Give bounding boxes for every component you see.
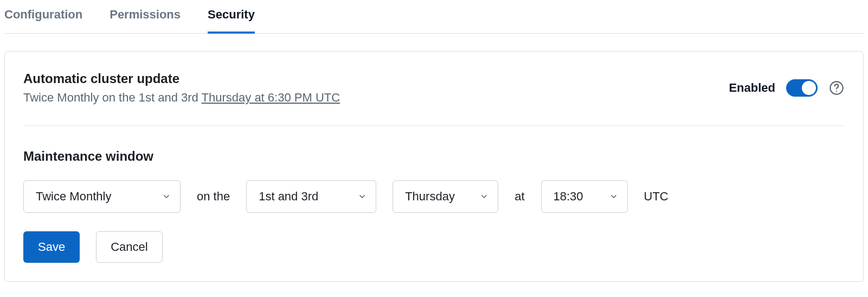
save-button[interactable]: Save: [23, 231, 80, 263]
auto-update-schedule-prefix: Twice Monthly on the 1st and 3rd: [23, 91, 202, 104]
divider: [23, 125, 845, 126]
frequency-select[interactable]: Twice Monthly: [23, 180, 181, 213]
frequency-value: Twice Monthly: [36, 189, 111, 204]
svg-point-1: [836, 91, 837, 92]
at-label: at: [515, 189, 524, 204]
on-the-label: on the: [197, 189, 230, 204]
chevron-down-icon: [609, 192, 619, 201]
toggle-knob: [802, 81, 816, 95]
weeks-select[interactable]: 1st and 3rd: [246, 180, 376, 213]
auto-update-toggle[interactable]: [786, 79, 818, 97]
maintenance-title: Maintenance window: [23, 149, 845, 164]
tab-bar: Configuration Permissions Security: [4, 0, 864, 34]
chevron-down-icon: [162, 192, 171, 201]
tab-security[interactable]: Security: [208, 0, 255, 34]
time-value: 18:30: [554, 189, 583, 204]
auto-update-title: Automatic cluster update: [23, 71, 716, 86]
tab-permissions[interactable]: Permissions: [110, 0, 181, 34]
auto-update-header: Automatic cluster update Twice Monthly o…: [23, 71, 845, 105]
tz-label: UTC: [644, 189, 668, 204]
button-row: Save Cancel: [23, 231, 845, 263]
auto-update-schedule-link[interactable]: Thursday at 6:30 PM UTC: [202, 91, 340, 104]
cancel-button[interactable]: Cancel: [96, 231, 162, 263]
maintenance-form-row: Twice Monthly on the 1st and 3rd Thursda…: [23, 180, 845, 213]
help-icon[interactable]: [828, 80, 845, 96]
chevron-down-icon: [357, 192, 367, 201]
time-select[interactable]: 18:30: [541, 180, 628, 213]
day-value: Thursday: [405, 189, 455, 204]
security-card: Automatic cluster update Twice Monthly o…: [4, 51, 864, 282]
weeks-value: 1st and 3rd: [259, 189, 318, 204]
tab-configuration[interactable]: Configuration: [4, 0, 82, 34]
auto-update-schedule: Twice Monthly on the 1st and 3rd Thursda…: [23, 91, 716, 105]
chevron-down-icon: [479, 192, 489, 201]
day-select[interactable]: Thursday: [393, 180, 498, 213]
enabled-label: Enabled: [729, 81, 775, 95]
